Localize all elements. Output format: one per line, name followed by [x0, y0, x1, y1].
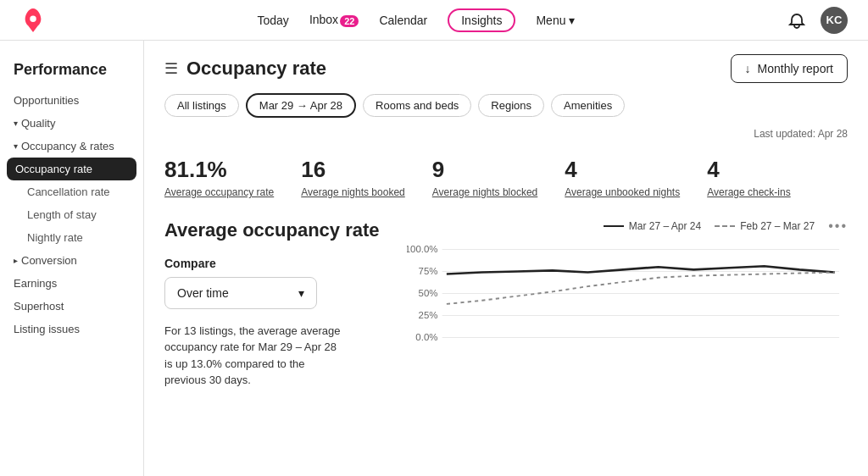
- legend-solid: Mar 27 – Apr 24: [604, 220, 701, 232]
- svg-text:25%: 25%: [418, 310, 437, 320]
- nav-calendar[interactable]: Calendar: [379, 10, 427, 30]
- compare-select[interactable]: Over time ▾: [164, 277, 317, 309]
- sidebar-item-quality[interactable]: ▾ Quality: [0, 112, 143, 135]
- stat-value-checkins: 4: [707, 157, 791, 183]
- dotted-data-line: [446, 272, 834, 303]
- inbox-badge: 22: [340, 15, 359, 27]
- legend-label-solid: Mar 27 – Apr 24: [629, 220, 701, 232]
- sidebar-title: Performance: [0, 54, 143, 89]
- sidebar-item-occupancy-rate[interactable]: Occupancy rate: [7, 158, 136, 180]
- stat-unbooked-nights: 4 Average unbooked nights: [565, 157, 680, 198]
- stat-occupancy-rate: 81.1% Average occupancy rate: [164, 157, 274, 198]
- nav-menu[interactable]: Menu ▾: [536, 10, 575, 30]
- sidebar-item-length-of-stay[interactable]: Length of stay: [0, 203, 143, 226]
- page-header: ☰ Occupancy rate ↓ Monthly report: [144, 41, 868, 93]
- stat-nights-booked: 16 Average nights booked: [301, 157, 405, 198]
- sidebar: Performance Opportunities ▾ Quality ▾ Oc…: [0, 41, 144, 476]
- sidebar-item-superhost[interactable]: Superhost: [0, 295, 143, 318]
- solid-data-line: [446, 266, 834, 274]
- logo[interactable]: [20, 8, 46, 33]
- bell-icon[interactable]: [787, 10, 807, 30]
- arrow-down-icon: ▾: [14, 141, 18, 151]
- occupancy-chart: 100.0% 75% 50% 25% 0.0%: [407, 241, 848, 355]
- stats-row: 81.1% Average occupancy rate 16 Average …: [144, 143, 868, 219]
- stat-label-nights-blocked[interactable]: Average nights blocked: [432, 186, 538, 198]
- chart-left: Average occupancy rate Compare Over time…: [164, 219, 380, 389]
- nav-inbox[interactable]: Inbox22: [309, 9, 359, 30]
- sidebar-item-listing-issues[interactable]: Listing issues: [0, 318, 143, 340]
- stat-label-nights-booked[interactable]: Average nights booked: [301, 186, 405, 198]
- stat-value-occupancy: 81.1%: [164, 157, 274, 183]
- download-icon: ↓: [745, 62, 751, 75]
- stat-check-ins: 4 Average check-ins: [707, 157, 791, 198]
- legend-label-dotted: Feb 27 – Mar 27: [740, 220, 815, 232]
- svg-text:50%: 50%: [418, 288, 437, 298]
- nav-today[interactable]: Today: [258, 10, 289, 30]
- page-title: Occupancy rate: [186, 58, 326, 80]
- main-content: ☰ Occupancy rate ↓ Monthly report All li…: [144, 41, 868, 476]
- top-nav: Today Inbox22 Calendar Insights Menu ▾ K…: [0, 0, 868, 41]
- svg-text:0.0%: 0.0%: [415, 332, 437, 342]
- sidebar-item-occupancy-rates[interactable]: ▾ Occupancy & rates: [0, 135, 143, 158]
- page-title-row: ☰ Occupancy rate: [164, 58, 326, 80]
- compare-label: Compare: [164, 257, 380, 270]
- arrow-right-icon: ▸: [14, 256, 18, 265]
- chart-description: For 13 listings, the average average occ…: [164, 323, 342, 389]
- stat-value-nights-blocked: 9: [432, 157, 538, 183]
- stat-value-unbooked: 4: [565, 157, 680, 183]
- sidebar-item-cancellation-rate[interactable]: Cancellation rate: [0, 180, 143, 203]
- filter-all-listings[interactable]: All listings: [164, 94, 239, 117]
- monthly-report-button[interactable]: ↓ Monthly report: [731, 54, 848, 83]
- avatar[interactable]: KC: [821, 7, 848, 34]
- filter-date-range[interactable]: Mar 29 → Apr 28: [246, 93, 356, 118]
- nav-insights[interactable]: Insights: [448, 8, 515, 32]
- more-options-icon[interactable]: •••: [828, 219, 848, 234]
- arrow-down-icon: ▾: [14, 119, 18, 128]
- stat-label-checkins[interactable]: Average check-ins: [707, 186, 791, 198]
- sidebar-item-nightly-rate[interactable]: Nightly rate: [0, 226, 143, 249]
- filter-regions[interactable]: Regions: [478, 94, 544, 117]
- chart-legend: Mar 27 – Apr 24 Feb 27 – Mar 27 •••: [407, 219, 848, 234]
- legend-dotted: Feb 27 – Mar 27: [715, 220, 815, 232]
- stat-label-unbooked[interactable]: Average unbooked nights: [565, 186, 680, 198]
- chevron-down-icon: ▾: [569, 14, 575, 27]
- filter-amenities[interactable]: Amenities: [551, 94, 625, 117]
- hamburger-icon[interactable]: ☰: [164, 59, 178, 78]
- svg-text:100.0%: 100.0%: [407, 244, 437, 254]
- nav-right: KC: [787, 7, 848, 34]
- layout: Performance Opportunities ▾ Quality ▾ Oc…: [0, 41, 868, 476]
- filter-bar: All listings Mar 29 → Apr 28 Rooms and b…: [144, 93, 868, 125]
- chart-right: Mar 27 – Apr 24 Feb 27 – Mar 27 •••: [407, 219, 848, 389]
- stat-value-nights-booked: 16: [301, 157, 405, 183]
- stat-nights-blocked: 9 Average nights blocked: [432, 157, 538, 198]
- last-updated: Last updated: Apr 28: [144, 125, 868, 143]
- chart-section: Average occupancy rate Compare Over time…: [144, 219, 868, 389]
- nav-center: Today Inbox22 Calendar Insights Menu ▾: [258, 8, 576, 32]
- chevron-down-icon: ▾: [298, 286, 304, 300]
- solid-line-icon: [604, 225, 624, 227]
- dotted-line-icon: [715, 225, 735, 227]
- sidebar-item-opportunities[interactable]: Opportunities: [0, 89, 143, 112]
- chart-title: Average occupancy rate: [164, 219, 380, 243]
- svg-text:75%: 75%: [418, 266, 437, 276]
- stat-label-occupancy[interactable]: Average occupancy rate: [164, 186, 274, 198]
- sidebar-item-earnings[interactable]: Earnings: [0, 272, 143, 295]
- sidebar-item-conversion[interactable]: ▸ Conversion: [0, 249, 143, 272]
- filter-rooms-beds[interactable]: Rooms and beds: [363, 94, 471, 117]
